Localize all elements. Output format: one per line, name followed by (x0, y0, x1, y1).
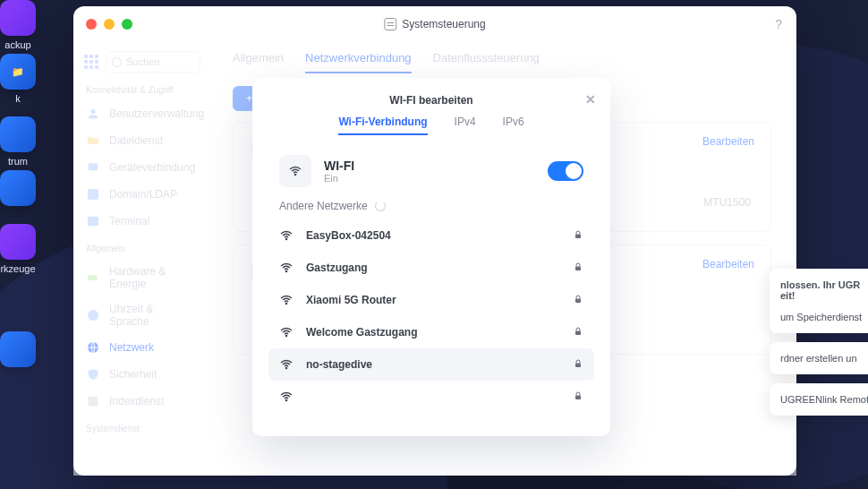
window-title: Systemsteuerung (402, 18, 485, 30)
network-item[interactable]: EasyBox-042504 (268, 219, 594, 252)
wifi-label: WI-FI (324, 159, 354, 173)
other-networks-label: Andere Netzwerke (279, 200, 368, 212)
lock-icon (573, 229, 583, 240)
wifi-icon (279, 228, 294, 243)
network-item[interactable]: Welcome Gastzugang (268, 316, 594, 348)
network-item[interactable]: no-stagedive (268, 348, 594, 381)
close-icon[interactable]: ✕ (585, 92, 596, 107)
network-name: Welcome Gastzugang (306, 326, 417, 339)
dock-item[interactable] (0, 331, 36, 371)
network-name: Gastzugang (306, 262, 368, 274)
lock-icon (573, 390, 583, 401)
wifi-icon (279, 325, 294, 339)
dock-item-tools[interactable]: rkzeuge (0, 224, 36, 274)
svg-point-9 (285, 238, 286, 239)
close-window[interactable] (86, 19, 97, 30)
maximize-window[interactable] (122, 19, 132, 30)
wifi-icon (279, 357, 294, 372)
svg-point-13 (285, 303, 286, 304)
loading-spinner-icon (375, 201, 386, 211)
lock-icon (573, 326, 583, 337)
dock-item-center[interactable]: trum (0, 116, 36, 167)
dock-item-backup[interactable]: ackup (0, 0, 36, 50)
svg-rect-12 (575, 266, 581, 270)
titlebar: Systemsteuerung ? (73, 6, 796, 42)
svg-point-8 (294, 174, 295, 175)
wifi-icon (279, 261, 294, 275)
tab-wifi-connection[interactable]: Wi-Fi-Verbindung (338, 116, 427, 135)
settings-window: Systemsteuerung ? Suchen Konnektivität &… (73, 6, 796, 476)
dock-item[interactable]: 📁k (0, 54, 36, 104)
svg-rect-14 (575, 298, 581, 303)
notification[interactable]: UGREENlink Remotezugriff erfahren (770, 383, 868, 416)
wifi-icon (279, 390, 294, 404)
wifi-toggle[interactable] (548, 161, 583, 181)
wifi-icon (279, 293, 294, 307)
wifi-icon (279, 155, 311, 187)
svg-point-19 (285, 399, 286, 400)
notification[interactable]: rdner erstellen un (770, 342, 868, 374)
svg-rect-20 (575, 395, 581, 399)
network-name: EasyBox-042504 (306, 229, 391, 242)
svg-point-17 (285, 367, 286, 368)
lock-icon (573, 262, 583, 272)
settings-icon (384, 18, 396, 30)
help-icon[interactable]: ? (775, 17, 782, 31)
lock-icon (573, 294, 583, 305)
tab-ipv6[interactable]: IPv6 (503, 116, 524, 135)
svg-point-11 (285, 270, 286, 271)
wifi-edit-modal: WI-FI bearbeiten ✕ Wi-Fi-Verbindung IPv4… (252, 78, 610, 436)
notification[interactable]: nlossen. Ihr UGReit!um Speicherdienst (770, 269, 868, 333)
dock-item[interactable] (0, 170, 36, 210)
wifi-status: Ein (324, 173, 354, 184)
network-name: no-stagedive (306, 358, 372, 371)
network-item[interactable]: Xiaomi 5G Router (268, 284, 594, 316)
svg-rect-16 (575, 330, 581, 335)
network-name: Xiaomi 5G Router (306, 294, 396, 306)
lock-icon (573, 358, 583, 369)
network-item[interactable] (268, 381, 594, 413)
network-item[interactable]: Gastzugang (268, 252, 594, 284)
svg-point-15 (285, 335, 286, 336)
tab-ipv4[interactable]: IPv4 (455, 116, 476, 135)
modal-title: WI-FI bearbeiten (389, 94, 472, 107)
svg-rect-18 (575, 363, 581, 367)
minimize-window[interactable] (104, 19, 115, 30)
svg-rect-10 (575, 234, 581, 238)
